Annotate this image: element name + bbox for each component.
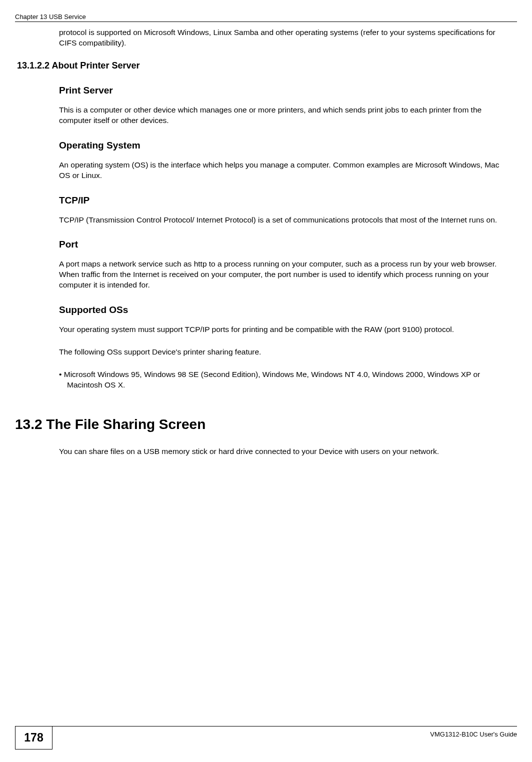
- section-13-2-body: You can share files on a USB memory stic…: [59, 446, 503, 457]
- supported-oss-heading: Supported OSs: [59, 304, 503, 316]
- footer-guide-text: VMG1312-B10C User's Guide: [430, 730, 517, 738]
- page-number-box: 178: [15, 726, 52, 750]
- section-13-1-2-2-heading: 13.1.2.2 About Printer Server: [17, 60, 503, 71]
- print-server-body: This is a computer or other device which…: [59, 105, 503, 126]
- chapter-label: Chapter 13 USB Service: [15, 13, 86, 20]
- operating-system-body: An operating system (OS) is the interfac…: [59, 160, 503, 181]
- print-server-heading: Print Server: [59, 85, 503, 96]
- supported-oss-body1: Your operating system must support TCP/I…: [59, 324, 503, 335]
- section-13-2-heading: 13.2 The File Sharing Screen: [15, 416, 503, 432]
- supported-oss-body2: The following OSs support Device's print…: [59, 347, 503, 358]
- supported-oss-bullet: • Microsoft Windows 95, Windows 98 SE (S…: [59, 370, 503, 390]
- tcp-ip-body: TCP/IP (Transmission Control Protocol/ I…: [59, 215, 503, 226]
- page-number: 178: [24, 731, 43, 744]
- intro-paragraph: protocol is supported on Microsoft Windo…: [59, 28, 503, 48]
- operating-system-heading: Operating System: [59, 140, 503, 151]
- page-footer: 178 VMG1312-B10C User's Guide: [15, 726, 517, 749]
- port-heading: Port: [59, 239, 503, 250]
- tcp-ip-heading: TCP/IP: [59, 195, 503, 206]
- page-header: Chapter 13 USB Service: [15, 13, 517, 22]
- page-content: protocol is supported on Microsoft Windo…: [59, 28, 503, 469]
- port-body: A port maps a network service such as ht…: [59, 259, 503, 290]
